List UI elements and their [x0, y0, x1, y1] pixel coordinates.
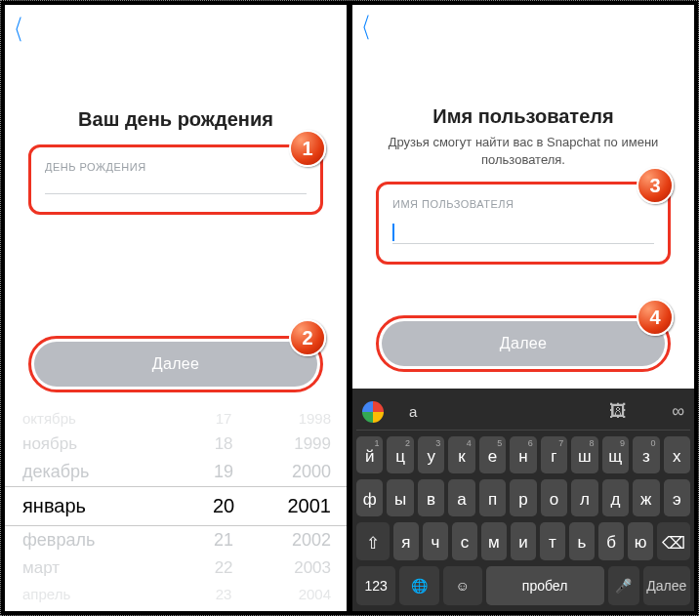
- key-о[interactable]: о: [541, 479, 567, 516]
- date-picker-row[interactable]: март222003: [5, 554, 347, 582]
- key-next[interactable]: Далее: [643, 566, 690, 605]
- page-title: Имя пользователя: [352, 105, 694, 128]
- key-ш[interactable]: ш8: [571, 436, 597, 473]
- next-button-highlight: 4 Далее: [376, 315, 671, 372]
- next-button[interactable]: Далее: [382, 321, 665, 366]
- key-backspace[interactable]: ⌫: [657, 522, 690, 560]
- key-е[interactable]: е5: [479, 436, 506, 473]
- username-input-field[interactable]: [392, 224, 654, 244]
- key-в[interactable]: в: [418, 479, 444, 516]
- tutorial-stage: 〈 Ваш день рождения 1 ДЕНЬ РОЖДЕНИЯ 2 Да…: [0, 0, 699, 616]
- back-chevron-icon[interactable]: 〈: [16, 13, 21, 43]
- key-а[interactable]: а: [448, 479, 474, 516]
- key-щ[interactable]: щ9: [602, 436, 629, 473]
- key-space[interactable]: пробел: [486, 566, 604, 605]
- key-ь[interactable]: ь: [569, 522, 595, 560]
- next-button-highlight: 2 Далее: [28, 336, 323, 392]
- nav-bar: 〈: [5, 5, 347, 50]
- key-и[interactable]: и: [511, 522, 536, 560]
- key-д[interactable]: д: [602, 479, 629, 516]
- key-п[interactable]: п: [479, 479, 506, 516]
- back-chevron-icon[interactable]: 〈: [363, 11, 369, 41]
- callout-badge-4: 4: [637, 299, 674, 336]
- key-mic[interactable]: 🎤: [608, 566, 639, 605]
- date-picker-row[interactable]: октябрь171998: [5, 406, 347, 431]
- callout-badge-2: 2: [289, 319, 326, 356]
- key-у[interactable]: у3: [418, 436, 444, 473]
- key-к[interactable]: к4: [448, 436, 474, 473]
- google-icon[interactable]: [362, 401, 384, 423]
- key-я[interactable]: я: [393, 522, 419, 560]
- page-title: Ваш день рождения: [5, 108, 347, 131]
- callout-badge-1: 1: [289, 130, 326, 167]
- date-picker-row[interactable]: январь202001: [5, 486, 347, 526]
- username-input-label: ИМЯ ПОЛЬЗОВАТЕЛЯ: [392, 198, 654, 210]
- key-ф[interactable]: ф: [356, 479, 383, 516]
- key-ч[interactable]: ч: [423, 522, 448, 560]
- key-globe[interactable]: 🌐: [399, 566, 438, 605]
- key-ж[interactable]: ж: [633, 479, 659, 516]
- key-з[interactable]: з0: [633, 436, 659, 473]
- phone-birthday-screen: 〈 Ваш день рождения 1 ДЕНЬ РОЖДЕНИЯ 2 Да…: [5, 5, 347, 611]
- key-numbers[interactable]: 123: [356, 566, 395, 605]
- key-м[interactable]: м: [481, 522, 507, 560]
- sticker-icon[interactable]: ∞: [672, 401, 684, 422]
- key-л[interactable]: л: [571, 479, 597, 516]
- key-й[interactable]: й1: [356, 436, 383, 473]
- date-picker-row[interactable]: февраль212002: [5, 526, 347, 554]
- text-caret: [392, 224, 394, 241]
- key-э[interactable]: э: [664, 479, 690, 516]
- phone-username-screen: 〈 Имя пользователя Друзья смогут найти в…: [352, 5, 694, 611]
- keyboard-suggestion[interactable]: а: [409, 403, 417, 420]
- birthday-input-underline: [45, 192, 307, 194]
- nav-bar: 〈: [352, 5, 694, 47]
- username-input-highlight[interactable]: 3 ИМЯ ПОЛЬЗОВАТЕЛЯ: [376, 182, 671, 265]
- key-с[interactable]: с: [452, 522, 477, 560]
- page-subtitle: Друзья смогут найти вас в Snapchat по им…: [352, 134, 694, 168]
- next-button[interactable]: Далее: [34, 342, 317, 387]
- onscreen-keyboard[interactable]: а 🖼 ∞ й1ц2у3к4е5н6г7ш8щ9з0х фывапролджэ …: [352, 389, 694, 611]
- birthday-input-highlight[interactable]: 1 ДЕНЬ РОЖДЕНИЯ: [28, 144, 323, 215]
- keyboard-suggestion-bar[interactable]: а 🖼 ∞: [356, 394, 690, 431]
- key-р[interactable]: р: [510, 479, 536, 516]
- date-picker-row[interactable]: апрель232004: [5, 582, 347, 606]
- gif-icon[interactable]: 🖼: [609, 401, 627, 422]
- key-emoji[interactable]: ☺: [443, 566, 482, 605]
- date-picker-row[interactable]: декабрь192000: [5, 458, 347, 486]
- callout-badge-3: 3: [637, 167, 674, 204]
- key-б[interactable]: б: [598, 522, 624, 560]
- key-ы[interactable]: ы: [387, 479, 413, 516]
- key-ю[interactable]: ю: [628, 522, 653, 560]
- birthday-input-label: ДЕНЬ РОЖДЕНИЯ: [45, 161, 307, 173]
- key-г[interactable]: г7: [541, 436, 567, 473]
- date-picker-row[interactable]: ноябрь181999: [5, 431, 347, 458]
- key-ц[interactable]: ц2: [387, 436, 413, 473]
- date-picker[interactable]: октябрь171998ноябрь181999декабрь192000ян…: [5, 406, 347, 611]
- key-shift[interactable]: ⇧: [356, 522, 390, 560]
- key-т[interactable]: т: [540, 522, 565, 560]
- key-н[interactable]: н6: [510, 436, 536, 473]
- key-х[interactable]: х: [664, 436, 690, 473]
